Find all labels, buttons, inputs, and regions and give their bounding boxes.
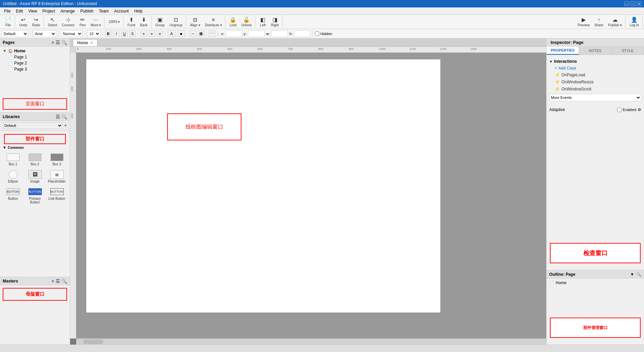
right-btn[interactable]: ◨ Right	[269, 16, 281, 28]
pen-btn[interactable]: ✏ Pen	[77, 16, 88, 28]
libraries-search-btn[interactable]: 🔍	[61, 114, 67, 119]
page-item-1[interactable]: 📄 Page 1	[0, 54, 70, 60]
lib-item-placeholder[interactable]: ▤ Placeholder	[47, 169, 67, 185]
pages-add-btn[interactable]: +	[52, 40, 54, 45]
page-item-2[interactable]: 📄 Page 2	[0, 60, 70, 66]
lock-btn[interactable]: 🔒 Lock	[228, 16, 239, 28]
login-btn[interactable]: 👤 Log In	[627, 16, 641, 28]
canvas-content[interactable]: 线框图编辑窗口	[76, 53, 546, 339]
page-item-home[interactable]: ▼ 🏠 Home	[0, 48, 70, 54]
left-btn[interactable]: ◧ Left	[257, 16, 268, 28]
menu-file[interactable]: File	[1, 8, 13, 14]
w-input[interactable]	[271, 30, 288, 37]
wireframe-box[interactable]: 线框图编辑窗口	[167, 113, 241, 140]
color-btn[interactable]: A	[168, 30, 176, 37]
minimize-btn[interactable]: —	[624, 1, 629, 6]
event-onpageload[interactable]: ⚡ OnPageLoad	[549, 71, 641, 78]
canvas-tab-home[interactable]: Home ✕	[73, 39, 97, 46]
menu-account[interactable]: Account	[112, 8, 131, 14]
border-btn[interactable]: ─	[189, 30, 196, 37]
menu-publish[interactable]: Publish	[78, 8, 96, 14]
border-style-btn[interactable]: ▦	[198, 30, 204, 37]
masters-menu-btn[interactable]: ☰	[56, 278, 60, 284]
masters-add-btn[interactable]: +	[52, 278, 54, 284]
weight-select[interactable]: Normal	[61, 30, 83, 37]
close-btn[interactable]: ✕	[637, 1, 641, 6]
event-onwindowresize[interactable]: ⚡ OnWindowResize	[549, 78, 641, 85]
more-fmt-btn[interactable]: ⋯	[209, 30, 215, 37]
lib-add-btn[interactable]: +	[64, 123, 67, 129]
interactions-section-title[interactable]: ▼ Interactions	[549, 58, 641, 65]
add-case-btn[interactable]: + Add Case	[549, 65, 641, 71]
outline-item-home[interactable]: 📄 Home	[549, 280, 641, 286]
outline-filter-icon[interactable]: ▼	[630, 272, 634, 277]
lib-item-box3[interactable]: Box 3	[47, 152, 67, 167]
menu-project[interactable]: Project	[40, 8, 58, 14]
redo-btn[interactable]: ↪ Redo	[30, 16, 42, 28]
lib-item-ellipse[interactable]: Ellipse	[3, 169, 23, 185]
share-btn[interactable]: ↑ Share	[592, 16, 606, 28]
ungroup-btn[interactable]: ⊡ Ungroup	[167, 16, 184, 28]
undo-btn[interactable]: ↩ Undo	[17, 16, 29, 28]
menu-view[interactable]: View	[26, 8, 40, 14]
front-btn[interactable]: ⬆ Front	[125, 16, 137, 28]
font-select[interactable]: Arial	[33, 30, 56, 37]
align-center-btn[interactable]: ≡	[148, 30, 155, 37]
canvas-tab-close[interactable]: ✕	[90, 41, 93, 45]
more-events-select[interactable]: More Events	[549, 94, 641, 101]
h-scrollbar-thumb[interactable]	[83, 340, 103, 344]
event-onwindowscroll[interactable]: ⚡ OnWindowScroll	[549, 85, 641, 92]
align-btn[interactable]: ⊟ Align ▾	[188, 16, 202, 28]
menu-arrange[interactable]: Arrange	[58, 8, 78, 14]
group-btn[interactable]: ▣ Group	[153, 16, 167, 28]
unlock-btn[interactable]: 🔓 Unlock	[239, 16, 254, 28]
new-btn[interactable]: 📄 File	[3, 16, 13, 28]
canvas-scrollbar-h[interactable]	[76, 339, 546, 345]
fill-btn[interactable]: ■	[177, 30, 185, 37]
lib-item-link-button[interactable]: BUTTON Link Button	[47, 186, 67, 206]
bold-btn[interactable]: B	[105, 30, 112, 37]
lib-item-box1[interactable]: Box 1	[3, 152, 23, 167]
menu-help[interactable]: Help	[131, 8, 145, 14]
align-right-btn[interactable]: ≡	[156, 30, 163, 37]
outline-search-icon[interactable]: 🔍	[636, 272, 641, 277]
pages-menu-btn[interactable]: ☰	[56, 40, 60, 45]
select-btn[interactable]: ↖ Select	[46, 16, 59, 28]
tab-style[interactable]: STYLE	[612, 47, 644, 55]
lib-item-primary-button[interactable]: BUTTON Primary Button	[25, 186, 45, 206]
tab-notes[interactable]: NOTES	[579, 47, 611, 55]
more-btn[interactable]: ⋯ More ▾	[89, 16, 103, 28]
zoom-input-btn[interactable]: 100% ▾	[107, 19, 122, 24]
connect-btn[interactable]: ⊹ Connect	[60, 16, 77, 28]
back-btn[interactable]: ⬇ Back	[138, 16, 149, 28]
y-input[interactable]	[248, 30, 265, 37]
publish-btn[interactable]: ☁ Publish ▾	[606, 16, 624, 28]
common-section-header[interactable]: ▼ Common	[1, 145, 68, 150]
strikethrough-btn[interactable]: S	[129, 30, 136, 37]
lib-select-dropdown[interactable]: Default	[3, 122, 63, 129]
style-select[interactable]: Default	[1, 30, 28, 37]
canvas-wrapper[interactable]: 0 100 200 300 400 500 600 700 800 900 10…	[70, 47, 546, 345]
tab-properties[interactable]: PROPERTIES	[547, 47, 579, 55]
maximize-btn[interactable]: □	[631, 1, 635, 6]
enabled-checkbox[interactable]	[617, 108, 621, 112]
menu-team[interactable]: Team	[96, 8, 111, 14]
adaptive-settings-icon[interactable]: ⚙	[638, 107, 641, 112]
italic-btn[interactable]: I	[113, 30, 120, 37]
menu-edit[interactable]: Edit	[13, 8, 26, 14]
page-item-3[interactable]: 📄 Page 3	[0, 66, 70, 72]
pages-search-btn[interactable]: 🔍	[61, 40, 67, 45]
distribute-btn[interactable]: ≡ Distribute ▾	[203, 16, 224, 28]
libraries-menu-btn[interactable]: ☰	[56, 114, 60, 119]
size-select[interactable]: 13	[87, 30, 100, 37]
preview-btn[interactable]: ▶ Preview	[576, 16, 592, 28]
h-input[interactable]	[294, 30, 311, 37]
lib-item-box2[interactable]: Box 2	[25, 152, 45, 167]
align-left-btn[interactable]: ≡	[140, 30, 147, 37]
x-input[interactable]	[226, 30, 242, 37]
masters-search-btn[interactable]: 🔍	[61, 278, 67, 284]
lib-item-button[interactable]: BUTTON Button	[3, 186, 23, 206]
hidden-checkbox[interactable]	[315, 31, 319, 36]
underline-btn[interactable]: U	[121, 30, 128, 37]
lib-item-image[interactable]: 🖼 Image	[25, 169, 45, 185]
